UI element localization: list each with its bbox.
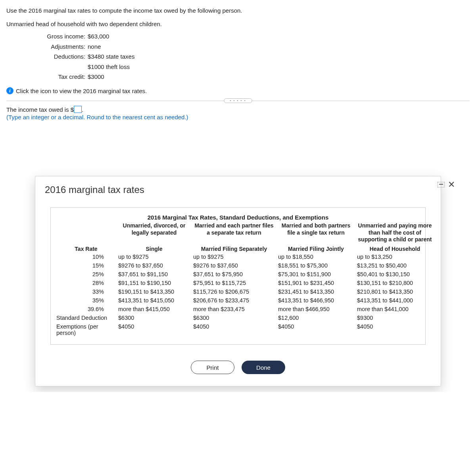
table-cell: $37,651 to $91,150 [117,270,191,279]
desc-header-cell: Unmarried, divorced, or legally separate… [117,222,191,243]
table-cell: more than $415,050 [117,305,191,313]
answer-suffix: . [82,106,83,113]
table-cell: $413,351 to $466,950 [277,296,355,305]
table-cell: 28% [56,279,116,287]
table-row: Standard Deduction$6300$6300$12,600$9300 [56,313,420,322]
detail-label: Tax credit: [6,72,88,82]
detail-label: Adjustments: [6,42,88,52]
tax-rates-modal: ✕ 2016 marginal tax rates 2016 Marginal … [35,176,441,386]
table-cell: 35% [56,296,116,305]
table-cell: $9300 [356,313,434,322]
print-button[interactable]: Print [191,361,234,374]
desc-header-cell: Married and each partner files a separat… [192,222,276,243]
detail-label: Gross income: [6,31,88,42]
table-cell: $4050 [117,322,191,337]
table-cell: $50,401 to $130,150 [356,270,434,279]
table-cell: $151,901 to $231,450 [277,279,355,287]
info-link-text[interactable]: Click the icon to view the 2016 marginal… [16,86,147,96]
table-row: Exemptions (per person)$4050$4050$4050$4… [56,322,420,337]
table-cell: $115,726 to $206,675 [192,287,276,296]
table-cell: up to $9275 [117,252,191,261]
col-header-cell: Married Filing Separately [192,246,276,253]
answer-row: The income tax owed is $. [6,106,470,113]
table-cell: $18,551 to $75,300 [277,261,355,270]
table-cell: $6300 [192,313,276,322]
table-cell: up to $9275 [192,252,276,261]
col-header-cell: Single [117,246,191,253]
table-cell: $9276 to $37,650 [192,261,276,270]
done-button[interactable]: Done [242,361,285,374]
table-cell: $6300 [117,313,191,322]
table-cell: 10% [56,252,116,261]
answer-input[interactable] [74,106,82,113]
table-row: 28%$91,151 to $190,150$75,951 to $115,72… [56,279,420,287]
problem-status: Unmarried head of household with two dep… [6,19,470,29]
table-row: 15%$9276 to $37,650$9276 to $37,650$18,5… [56,261,420,270]
table-row: 33%$190,151 to $413,350$115,726 to $206,… [56,287,420,296]
detail-value: $1000 theft loss [88,62,470,72]
section-divider: • • • • • [6,101,470,101]
table-cell: $190,151 to $413,350 [117,287,191,296]
table-cell: up to $13,250 [356,252,434,261]
table-cell: $9276 to $37,650 [117,261,191,270]
table-cell: more than $233,475 [192,305,276,313]
table-cell: $413,351 to $441,000 [356,296,434,305]
table-cell: 33% [56,287,116,296]
problem-statement: Use the 2016 marginal tax rates to compu… [6,6,470,96]
table-cell: Exemptions (per person) [56,322,116,337]
table-row: 10%up to $9275up to $9275up to $18,550up… [56,252,420,261]
table-cell: $12,600 [277,313,355,322]
table-title: 2016 Marginal Tax Rates, Standard Deduct… [56,214,420,221]
rates-table: 2016 Marginal Tax Rates, Standard Deduct… [50,207,426,345]
detail-label: Deductions: [6,52,88,62]
table-cell: $130,151 to $210,800 [356,279,434,287]
table-cell: $75,301 to $151,900 [277,270,355,279]
table-cell: Standard Deduction [56,313,116,322]
detail-value: none [88,42,470,52]
detail-value: $3480 state taxes [88,52,470,62]
table-cell: $210,801 to $413,350 [356,287,434,296]
detail-value: $3000 [88,72,470,82]
table-row: 35%$413,351 to $415,050$206,676 to $233,… [56,296,420,305]
table-row: 39.6%more than $415,050more than $233,47… [56,305,420,313]
col-header-cell: Tax Rate [56,246,116,253]
info-icon[interactable]: i [6,87,13,94]
close-icon[interactable]: ✕ [448,180,455,189]
table-col-headers: Tax RateSingleMarried Filing SeparatelyM… [56,246,420,253]
problem-details: Gross income:$63,000Adjustments:noneDedu… [6,31,470,82]
answer-prefix: The income tax owed is $ [6,106,74,113]
table-cell: $13,251 to $50,400 [356,261,434,270]
table-cell: $75,951 to $115,725 [192,279,276,287]
table-cell: more than $466,950 [277,305,355,313]
col-header-cell: Married Filing Jointly [277,246,355,253]
table-cell: $4050 [277,322,355,337]
desc-header-cell: Married and both partners file a single … [277,222,355,243]
table-cell: $206,676 to $233,475 [192,296,276,305]
table-cell: $37,651 to $75,950 [192,270,276,279]
problem-intro: Use the 2016 marginal tax rates to compu… [6,6,470,16]
modal-title: 2016 marginal tax rates [45,184,431,195]
col-header-cell: Head of Household [356,246,434,253]
table-desc-headers: Unmarried, divorced, or legally separate… [56,222,420,243]
detail-value: $63,000 [88,31,470,42]
table-cell: $4050 [192,322,276,337]
minimize-icon[interactable] [438,182,445,187]
table-cell: more than $441,000 [356,305,434,313]
table-cell: up to $18,550 [277,252,355,261]
table-cell: 25% [56,270,116,279]
answer-hint: (Type an integer or a decimal. Round to … [6,114,470,120]
detail-label [6,62,88,72]
desc-header-cell [56,222,116,243]
table-cell: 15% [56,261,116,270]
table-row: 25%$37,651 to $91,150$37,651 to $75,950$… [56,270,420,279]
desc-header-cell: Unmarried and paying more than half the … [356,222,434,243]
table-cell: $4050 [356,322,434,337]
drag-handle-icon[interactable]: • • • • • [224,98,252,103]
table-cell: 39.6% [56,305,116,313]
table-cell: $91,151 to $190,150 [117,279,191,287]
table-cell: $231,451 to $413,350 [277,287,355,296]
table-cell: $413,351 to $415,050 [117,296,191,305]
